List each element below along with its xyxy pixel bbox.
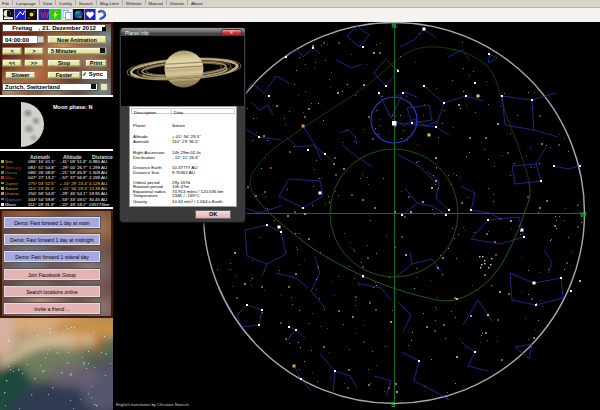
svg-text:W: W <box>40 10 49 20</box>
svg-text:English translation by Christi: English translation by Christian Nuesch <box>116 402 190 407</box>
svg-text:W: W <box>580 211 587 218</box>
svg-text:S: S <box>391 401 396 408</box>
svg-text:N: N <box>392 22 397 29</box>
